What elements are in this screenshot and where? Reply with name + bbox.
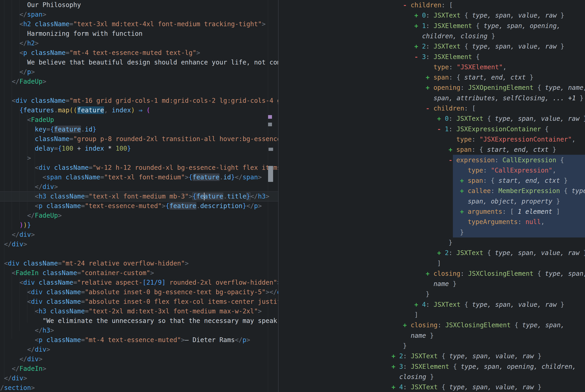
code-line[interactable]: > xyxy=(27,154,31,163)
code-line[interactable]: Harmonizing form with function xyxy=(27,29,143,38)
mark-purple[interactable] xyxy=(268,115,272,119)
code-line[interactable]: <FadeIn className="container-custom"> xyxy=(12,268,154,278)
expand-toggle-icon[interactable]: + xyxy=(403,321,411,329)
ast-line[interactable]: typeArguments: null, xyxy=(468,217,545,227)
code-line[interactable]: {features.map((feature, index) ⇒ ( xyxy=(20,106,150,115)
expand-toggle-icon[interactable]: + xyxy=(426,270,434,277)
expand-toggle-icon[interactable]: + xyxy=(426,74,434,81)
code-line[interactable]: </FadeIn> xyxy=(12,364,46,374)
code-line[interactable]: </h3> xyxy=(35,326,54,335)
ast-line[interactable]: - 3: JSXElement { xyxy=(414,52,480,62)
code-line[interactable]: </div> xyxy=(4,240,27,249)
collapse-toggle-icon[interactable]: - xyxy=(426,104,434,112)
code-line[interactable]: <span className="text-xl font-medium">{f… xyxy=(43,172,262,182)
collapse-toggle-icon[interactable]: - xyxy=(403,1,411,9)
code-line[interactable]: <h3 className="text-xl font-medium mb-3"… xyxy=(35,192,269,201)
code-line[interactable]: key={feature.id} xyxy=(35,125,97,134)
expand-toggle-icon[interactable]: + xyxy=(460,208,468,215)
code-line[interactable]: <h2 className="text-3xl md:text-4xl font… xyxy=(20,19,265,29)
expand-toggle-icon[interactable]: + xyxy=(392,352,399,360)
ast-line[interactable]: name } xyxy=(411,330,434,341)
code-pane[interactable]: Our Philosophy</span><h2 className="text… xyxy=(0,0,278,392)
code-line[interactable]: </span> xyxy=(20,10,46,19)
code-line[interactable]: </div> xyxy=(20,354,43,364)
expand-toggle-icon[interactable]: + xyxy=(414,12,422,19)
expand-toggle-icon[interactable]: + xyxy=(414,301,422,308)
token-wvar[interactable]: feature xyxy=(193,174,219,181)
code-line[interactable]: </div> xyxy=(35,182,58,192)
code-line[interactable]: <p className="mt-4 text-essence-muted">—… xyxy=(35,335,250,345)
ast-line[interactable]: + 1: JSXElement { type, span, opening, xyxy=(414,21,560,31)
ast-line[interactable]: + arguments: [ 1 element ] xyxy=(460,206,560,217)
expand-toggle-icon[interactable]: + xyxy=(392,383,399,391)
ast-line[interactable]: + 3: JSXElement { type, span, opening, c… xyxy=(392,362,576,372)
token-wvar[interactable]: feature xyxy=(170,202,196,210)
ast-line[interactable]: ] xyxy=(414,310,418,320)
code-line[interactable]: </div> xyxy=(4,374,27,383)
code-line[interactable]: </FadeUp> xyxy=(12,77,46,86)
code-line[interactable]: <div className="mt-16 grid grid-cols-1 m… xyxy=(12,96,278,106)
ast-line[interactable]: + span: { start, end, ctxt } xyxy=(449,144,556,155)
code-line[interactable]: <p className="text-essence-muted">{featu… xyxy=(35,201,262,211)
ast-line[interactable]: - children: [ xyxy=(403,0,453,10)
code-line[interactable]: </div> xyxy=(27,345,50,354)
expand-toggle-icon[interactable]: + xyxy=(426,84,434,92)
expand-toggle-icon[interactable]: + xyxy=(437,115,445,122)
expand-toggle-icon[interactable]: + xyxy=(392,363,399,370)
mark-gray-1[interactable] xyxy=(268,122,272,126)
ast-line[interactable]: + span: { start, end, ctxt } xyxy=(426,72,533,82)
code-line[interactable]: <div className="relative aspect-[21/9] r… xyxy=(20,278,278,288)
token-sel[interactable]: feature xyxy=(77,106,104,114)
ast-line[interactable]: + callee: MemberExpression { type, xyxy=(460,186,585,196)
ast-line[interactable]: - children: [ xyxy=(426,103,476,114)
code-line[interactable]: delay={100 + index * 100} xyxy=(35,144,131,154)
code-line[interactable]: </FadeUp> xyxy=(27,211,62,220)
mark-gray-2[interactable] xyxy=(268,148,273,151)
code-line[interactable]: </section> xyxy=(0,383,35,392)
ast-line[interactable]: type: "CallExpression", xyxy=(468,165,556,176)
mark-gray-3[interactable] xyxy=(268,166,273,182)
code-line[interactable]: ))} xyxy=(20,220,31,230)
expand-toggle-icon[interactable]: + xyxy=(414,22,422,30)
code-line[interactable]: <FadeUp xyxy=(27,115,54,125)
ast-line[interactable]: + closing: JSXClosingElement { type, spa… xyxy=(426,268,585,279)
expand-toggle-icon[interactable]: + xyxy=(414,42,422,50)
ast-line[interactable]: + 4: JSXText { type, span, value, raw } xyxy=(414,300,564,310)
ast-line[interactable]: type: "JSXExpressionContainer", xyxy=(456,134,576,144)
ast-line[interactable]: + span: { start, end, ctxt } xyxy=(460,176,568,186)
code-line[interactable]: "We eliminate the unnecessary so that th… xyxy=(43,316,278,326)
code-line[interactable]: </div> xyxy=(12,230,35,240)
ast-line[interactable]: } xyxy=(460,227,464,238)
code-line[interactable]: <div className="absolute inset-0 bg-esse… xyxy=(27,288,278,297)
code-line[interactable]: <div className="w-12 h-12 rounded-xl bg-… xyxy=(35,163,278,172)
expand-toggle-icon[interactable]: + xyxy=(460,187,468,195)
ast-line[interactable]: + 0: JSXText { type, span, value, raw } xyxy=(414,10,564,20)
ast-line[interactable]: + 0: JSXText { type, span, value, raw } xyxy=(437,114,585,124)
ast-line[interactable]: + 2: JSXText { type, span, value, raw } xyxy=(414,41,564,52)
collapse-toggle-icon[interactable]: - xyxy=(437,125,445,133)
code-line[interactable]: </p> xyxy=(20,67,35,77)
code-line[interactable]: <div className="mt-24 relative overflow-… xyxy=(4,259,189,268)
ast-line[interactable]: } xyxy=(426,289,430,299)
code-line[interactable]: className="group p-8 rounded-2xl transit… xyxy=(35,134,278,144)
ast-line[interactable]: children, closing } xyxy=(422,31,495,41)
token-wvar[interactable]: feature xyxy=(54,126,81,133)
pane-divider[interactable] xyxy=(278,0,278,392)
code-line[interactable]: </h2> xyxy=(20,38,39,48)
ast-line[interactable]: + closing: JSXClosingElement { type, spa… xyxy=(403,320,564,330)
ast-line[interactable]: } xyxy=(449,238,452,248)
ast-line[interactable]: - 1: JSXExpressionContainer { xyxy=(437,124,549,134)
expand-toggle-icon[interactable]: + xyxy=(449,146,456,154)
ast-line[interactable]: + 2: JSXText { type, span, value, raw } xyxy=(392,351,541,361)
ast-line[interactable]: - expression: CallExpression { xyxy=(449,155,564,165)
ast-line[interactable]: + opening: JSXOpeningElement { type, nam… xyxy=(426,82,585,93)
code-line[interactable]: Our Philosophy xyxy=(27,0,81,10)
collapse-toggle-icon[interactable]: - xyxy=(414,53,422,60)
ast-line[interactable]: } xyxy=(403,341,407,351)
ast-line[interactable]: span, attributes, selfClosing, ... +1 } xyxy=(434,93,583,103)
collapse-toggle-icon[interactable]: - xyxy=(449,156,456,164)
ast-line[interactable]: closing } xyxy=(399,372,434,382)
ast-line[interactable]: ] xyxy=(437,258,441,268)
code-line[interactable]: <h3 className="text-2xl md:text-3xl font… xyxy=(35,306,262,316)
ast-line[interactable]: type: "JSXElement", xyxy=(434,62,506,72)
